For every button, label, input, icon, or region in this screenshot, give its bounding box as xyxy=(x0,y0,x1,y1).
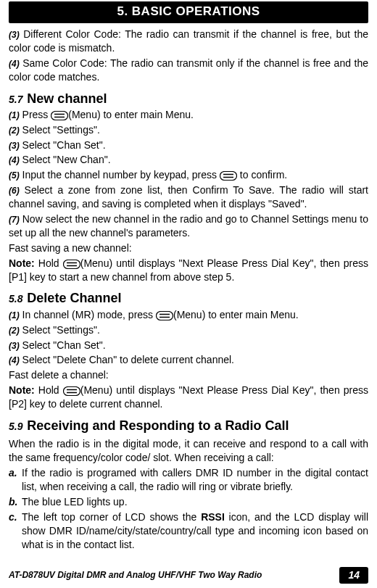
section-number: 5.8 xyxy=(9,293,22,305)
step-number: (3) xyxy=(9,141,20,151)
step-number: (1) xyxy=(9,110,20,120)
list-letter: b. xyxy=(9,496,17,508)
sec57-fast-label: Fast saving a new channel: xyxy=(9,241,368,255)
sec59-intro: When the radio is in the digital mode, i… xyxy=(9,437,368,465)
step-number: (6) xyxy=(9,186,20,196)
step-text: Now select the new channel in the radio … xyxy=(9,213,368,239)
step-text: Select "Chan Set". xyxy=(20,139,106,151)
step-text: Select "Chan Set". xyxy=(20,339,106,351)
step-number: (4) xyxy=(9,59,20,69)
menu-icon xyxy=(63,260,80,269)
sec58-step-2: (2) Select "Settings". xyxy=(9,323,368,337)
step-number: (4) xyxy=(9,155,20,165)
sec57-step-7: (7) Now select the new channel in the ra… xyxy=(9,212,368,240)
sec57-step-2: (2) Select "Settings". xyxy=(9,123,368,137)
intro-step-4: (4) Same Color Code: The radio can trans… xyxy=(9,57,368,84)
sec57-note: Note: Hold (Menu) until displays "Next P… xyxy=(9,257,368,284)
svg-rect-3 xyxy=(220,172,236,181)
sec58-note: Note: Hold (Menu) until displays "Next P… xyxy=(9,384,368,411)
section-5-8-header: 5.8 Delete Channel xyxy=(9,289,368,307)
step-number: (1) xyxy=(9,310,20,320)
section-title: Receiving and Responding to a Radio Call xyxy=(27,418,289,433)
sec57-step-3: (3) Select "Chan Set". xyxy=(9,138,368,152)
sec59-item-b: b. The blue LED lights up. xyxy=(9,495,368,510)
step-number: (2) xyxy=(9,326,20,336)
step-number: (3) xyxy=(9,30,20,40)
list-text: If the radio is programed with callers D… xyxy=(22,466,368,494)
list-text-part: The left top corner of LCD shows the xyxy=(22,511,201,523)
list-text: The left top corner of LCD shows the RSS… xyxy=(22,510,368,552)
step-number: (5) xyxy=(9,170,20,181)
note-label: Note: xyxy=(9,384,35,396)
menu-icon xyxy=(220,171,237,181)
svg-rect-9 xyxy=(156,311,173,320)
step-text: Select "Delete Chan" to delete current c… xyxy=(20,354,234,365)
intro-step-3: (3) Different Color Code: The radio can … xyxy=(9,28,368,55)
chapter-banner: 5. BASIC OPERATIONS xyxy=(9,1,368,23)
sec58-fast-label: Fast delete a channel: xyxy=(9,368,368,382)
step-text: Different Color Code: The radio can tran… xyxy=(9,28,368,54)
step-text: Same Color Code: The radio can transmit … xyxy=(9,57,368,83)
section-5-9-header: 5.9 Receiving and Responding to a Radio … xyxy=(9,417,368,434)
list-letter: a. xyxy=(9,467,17,479)
step-number: (4) xyxy=(9,355,20,365)
section-number: 5.9 xyxy=(9,421,22,432)
page-number: 14 xyxy=(339,567,368,584)
step-text: In channel (MR) mode, press xyxy=(20,309,156,320)
section-5-7-header: 5.7 New channel xyxy=(9,90,368,107)
sec57-step-5: (5) Input the channel number by keypad, … xyxy=(9,168,368,182)
step-text: Select a zone from zone list, then Confi… xyxy=(9,184,368,210)
step-text: Select "Settings". xyxy=(20,124,100,136)
svg-rect-12 xyxy=(63,387,80,396)
note-label: Note: xyxy=(9,257,35,269)
sec57-step-1: (1) Press (Menu) to enter main Menu. xyxy=(9,108,368,122)
step-text: Select "Settings". xyxy=(20,324,100,336)
sec59-item-c: c. The left top corner of LCD shows the … xyxy=(9,510,368,553)
footer-model-text: AT-D878UV Digital DMR and Analog UHF/VHF… xyxy=(9,569,262,581)
section-number: 5.7 xyxy=(9,94,22,105)
step-text: Input the channel number by keypad, pres… xyxy=(20,169,220,181)
note-text: Hold xyxy=(35,384,63,396)
step-text: Press xyxy=(20,109,51,120)
menu-icon xyxy=(51,111,68,120)
list-text: The blue LED lights up. xyxy=(22,495,368,509)
svg-rect-0 xyxy=(51,111,68,120)
sec58-step-3: (3) Select "Chan Set". xyxy=(9,339,368,352)
step-text: (Menu) to enter main Menu. xyxy=(173,309,299,320)
sec59-item-a: a. If the radio is programed with caller… xyxy=(9,466,368,495)
page-footer: AT-D878UV Digital DMR and Analog UHF/VHF… xyxy=(9,567,368,584)
list-letter: c. xyxy=(9,511,17,523)
sec58-step-4: (4) Select "Delete Chan" to delete curre… xyxy=(9,353,368,367)
menu-icon xyxy=(63,386,80,396)
step-text: to confirm. xyxy=(237,169,287,181)
step-number: (2) xyxy=(9,125,20,136)
menu-icon xyxy=(156,311,173,320)
step-text: Select "New Chan". xyxy=(20,154,111,165)
step-number: (3) xyxy=(9,341,20,351)
sec57-step-6: (6) Select a zone from zone list, then C… xyxy=(9,183,368,211)
section-title: New channel xyxy=(27,91,107,106)
rssi-label: RSSI xyxy=(201,511,225,523)
sec57-step-4: (4) Select "New Chan". xyxy=(9,153,368,167)
svg-rect-6 xyxy=(63,260,80,268)
section-title: Delete Channel xyxy=(27,291,121,305)
sec58-step-1: (1) In channel (MR) mode, press (Menu) t… xyxy=(9,308,368,322)
step-text: (Menu) to enter main Menu. xyxy=(68,109,194,120)
note-text: Hold xyxy=(35,257,63,269)
step-number: (7) xyxy=(9,215,20,225)
